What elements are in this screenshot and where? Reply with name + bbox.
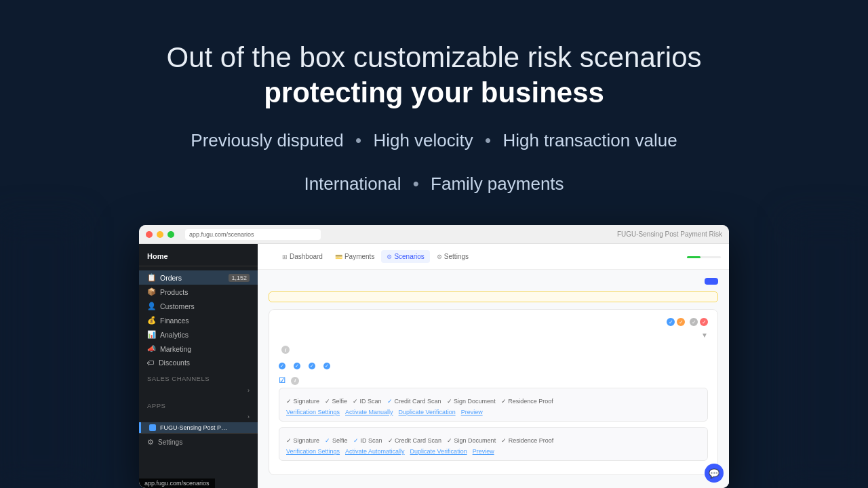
- sidebar-logo-text: Home: [147, 252, 250, 260]
- orders-badge: 1,152: [229, 274, 250, 282]
- sidebar-item-analytics[interactable]: 📊 Analytics: [139, 327, 258, 342]
- sidebar-item-fugu[interactable]: FUGU-Sensing Post Pay...: [139, 422, 258, 433]
- v-option-signature: ✓ Signature: [286, 398, 319, 405]
- duplicate-verification-link-2[interactable]: Duplicate Verification: [410, 448, 467, 455]
- sidebar-settings[interactable]: ⚙ Settings: [139, 433, 258, 451]
- v-option-selfie: ✓ Selfie: [325, 398, 347, 405]
- chat-bubble[interactable]: 💬: [705, 464, 724, 483]
- nav-dashboard[interactable]: ⊞ Dashboard: [277, 250, 328, 263]
- v2-option-idscan: ✓ ID Scan: [353, 437, 382, 444]
- preview-link-1[interactable]: Preview: [461, 409, 483, 415]
- dashboard-icon: ⊞: [282, 253, 288, 260]
- nav-payments[interactable]: 💳 Payments: [330, 250, 380, 263]
- settings-icon: ⚙: [147, 438, 154, 447]
- feature-high-velocity: High velocity: [373, 130, 473, 150]
- scenario-expand-button[interactable]: ▼: [701, 331, 708, 339]
- sensor-reamaze: ✓: [323, 362, 333, 369]
- tooltip-bar: app.fugu.com/scenarios: [139, 479, 215, 488]
- finances-icon: 💰: [147, 316, 156, 325]
- hero-section: Out of the box customizable risk scenari…: [166, 41, 701, 198]
- sidebar-item-sales-channels[interactable]: ›: [139, 384, 258, 396]
- idscan-label: ✓ ID Scan: [353, 398, 382, 405]
- browser-minimize-dot: [157, 231, 163, 238]
- customers-icon: 👤: [147, 302, 156, 310]
- scenario-meta: ✓ ✓ ✓ ✓ ▼: [667, 318, 708, 339]
- products-label: Products: [160, 288, 188, 296]
- sales-channels-section: Sales channels: [139, 369, 258, 384]
- v2-option-selfie: ✓ Selfie: [325, 437, 348, 444]
- v2-option-signature: ✓ Signature: [286, 437, 319, 444]
- scenarios-content: ✓ ✓ ✓ ✓ ▼ i: [258, 270, 729, 488]
- feature-international: International: [304, 174, 401, 194]
- v-option-idscan: ✓ ID Scan: [353, 398, 382, 405]
- orders-remaining-widget: [687, 255, 721, 258]
- fugu-app-label: FUGU-Sensing Post Pay...: [160, 424, 228, 431]
- orders-progress-bar: [687, 256, 721, 258]
- marketing-label: Marketing: [160, 345, 191, 353]
- cc-check: ✓: [387, 398, 393, 405]
- settings-nav-label: Settings: [444, 253, 469, 260]
- verification-section-label: ☑ i: [279, 376, 708, 385]
- analytics-label: Analytics: [160, 331, 189, 339]
- verification-actions-1: Verification Settings Activate Manually …: [286, 409, 701, 415]
- sidebar-item-orders[interactable]: 📋 Orders 1,152: [139, 270, 258, 285]
- activate-automatically-link-2[interactable]: Activate Automatically: [345, 448, 405, 455]
- main-content: ⊞ Dashboard 💳 Payments ⚙ Scenarios ⚙ Set…: [258, 244, 729, 488]
- hero-title-bold: protecting your business: [166, 75, 701, 112]
- sidebar-item-finances[interactable]: 💰 Finances: [139, 313, 258, 327]
- payments-label: Payments: [344, 253, 374, 260]
- status-icon-3: ✓: [690, 318, 698, 326]
- sidebar-item-apps-expand[interactable]: ›: [139, 411, 258, 422]
- duplicate-verification-link-1[interactable]: Duplicate Verification: [399, 409, 456, 415]
- finances-label: Finances: [160, 317, 189, 325]
- hero-subtitle-line2: International • Family payments: [166, 170, 701, 199]
- top-bar-right: [687, 255, 721, 258]
- v2-option-sign: ✓ Sign Document: [447, 437, 496, 444]
- alert-banner: [269, 291, 718, 302]
- verification-settings-link-2[interactable]: Verification Settings: [286, 448, 340, 455]
- activate-manually-link-1[interactable]: Activate Manually: [345, 409, 393, 415]
- fugu-app-icon: [149, 424, 156, 431]
- sensors-row: ✓ ✓: [279, 362, 708, 369]
- selfie-label: ✓ Selfie: [325, 398, 347, 405]
- top-bar: ⊞ Dashboard 💳 Payments ⚙ Scenarios ⚙ Set…: [258, 244, 729, 270]
- sidebar: Home 📋 Orders 1,152 📦 Products 👤 Custome…: [139, 244, 258, 488]
- sidebar-item-marketing[interactable]: 📣 Marketing: [139, 342, 258, 356]
- browser-url-bar[interactable]: app.fugu.com/scenarios: [185, 229, 321, 240]
- scenarios-header: [269, 278, 718, 285]
- create-scenario-button[interactable]: [705, 278, 718, 285]
- residence-label: ✓ Residence Proof: [501, 398, 553, 405]
- sidebar-logo: Home: [139, 249, 258, 266]
- preview-link-2[interactable]: Preview: [473, 448, 494, 455]
- v-option-sign: ✓ Sign Document: [447, 398, 496, 405]
- verification-checkbox-icon: ☑: [279, 376, 285, 385]
- verification-info-icon: i: [291, 377, 299, 385]
- top-nav: ⊞ Dashboard 💳 Payments ⚙ Scenarios ⚙ Set…: [277, 250, 474, 263]
- discounts-label: Discounts: [159, 359, 190, 367]
- verification-settings-link-1[interactable]: Verification Settings: [286, 409, 340, 415]
- verification-options-2: ✓ Signature ✓ Selfie ✓ ID Scan ✓ Credit …: [286, 437, 701, 444]
- app-container: Home 📋 Orders 1,152 📦 Products 👤 Custome…: [139, 244, 729, 488]
- settings-label: Settings: [158, 439, 182, 446]
- nav-scenarios[interactable]: ⚙ Scenarios: [381, 250, 429, 263]
- sensor-check-3: ✓: [310, 363, 314, 369]
- nav-settings[interactable]: ⚙ Settings: [431, 250, 474, 263]
- sidebar-item-discounts[interactable]: 🏷 Discounts: [139, 356, 258, 369]
- left-shadow: [0, 217, 81, 488]
- browser-chrome: app.fugu.com/scenarios FUGU-Sensing Post…: [139, 225, 729, 244]
- sensor-checkbox-4: ✓: [323, 363, 330, 369]
- orders-label: Orders: [160, 274, 182, 282]
- rules-info-icon: i: [281, 346, 290, 354]
- rules-section-label: i: [279, 346, 708, 354]
- sidebar-item-products[interactable]: 📦 Products: [139, 285, 258, 299]
- sidebar-item-customers[interactable]: 👤 Customers: [139, 299, 258, 313]
- sensor-checkbox-1: ✓: [279, 363, 285, 369]
- signature-label: ✓ Signature: [286, 398, 319, 405]
- v2-option-cc: ✓ Credit Card Scan: [388, 437, 442, 444]
- sensor-delivery-trail: ✓: [309, 362, 318, 369]
- feature-previously-disputed: Previously disputed: [191, 130, 343, 150]
- sensor-checkbox-3: ✓: [309, 363, 315, 369]
- status-icon-1: ✓: [667, 318, 675, 326]
- bullet-3: •: [413, 174, 419, 194]
- v-option-residence: ✓ Residence Proof: [501, 398, 553, 405]
